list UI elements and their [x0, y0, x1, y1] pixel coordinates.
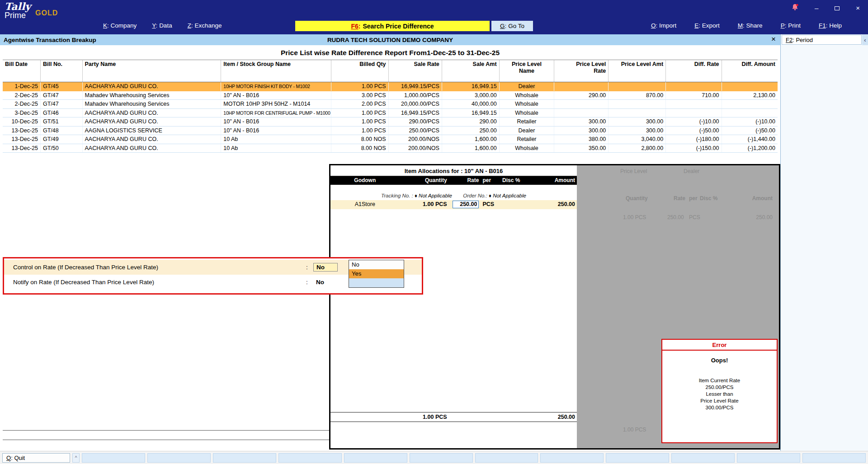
error-line: Price Level Rate [662, 398, 777, 404]
cell-billed-qty: 1.00 PCS [331, 109, 389, 117]
cell-diff-rate: (-)150.00 [666, 144, 722, 153]
ghost-row-amount: 250.00 [756, 214, 773, 220]
cell-diff-amount [722, 109, 778, 117]
menu-help[interactable]: F1: Help [819, 22, 842, 29]
cell-diff-amount [722, 82, 778, 91]
search-price-difference-button[interactable]: F6:Search Price Difference [295, 21, 490, 31]
rate-input[interactable] [453, 201, 479, 208]
rate-field-cell [449, 200, 481, 209]
notification-bell-icon[interactable] [792, 4, 798, 12]
error-message: Item Current Rate 250.00/PCS Lesser than… [662, 377, 777, 411]
total-disc-empty [500, 412, 525, 422]
column-header: Price Level Rate [554, 60, 609, 82]
empty-button-slot [671, 453, 735, 463]
cell-diff-rate [666, 100, 722, 108]
notify-on-rate-field[interactable]: No [316, 279, 324, 286]
cell-billed-qty: 3.00 PCS [331, 91, 389, 100]
column-header: Bill No. [41, 60, 83, 82]
total-rate-empty [449, 412, 481, 422]
cell-sale-amt: 40,000.00 [442, 100, 500, 108]
error-heading: Oops! [662, 357, 777, 364]
cell-diff-amount: 2,130.00 [722, 91, 778, 100]
table-row[interactable]: 13-Dec-25 GT/49 AACHARYA AND GURU CO. 10… [3, 135, 778, 144]
amount-value: 250.00 [525, 200, 577, 209]
tracking-value[interactable]: ♦ Not Applicable [415, 193, 452, 198]
table-row[interactable]: 2-Dec-25 GT/47 Mahadev Wharehousing Serv… [3, 100, 778, 109]
search-label: Search Price Difference [363, 23, 434, 30]
close-report-icon[interactable]: × [771, 35, 776, 44]
cell-item-name: 10" AN - B016 [221, 91, 331, 100]
per-value: PCS [481, 200, 500, 209]
sidebar-header: F2: Period ‹ [781, 34, 868, 45]
goto-button[interactable]: G: Go To [491, 21, 533, 31]
menu-key: E [694, 22, 698, 29]
allocations-total-row: 1.00 PCS 250.00 [330, 412, 577, 422]
cell-price-level-rate: 350.00 [554, 144, 609, 153]
cell-diff-rate [666, 82, 722, 91]
config-label: Notify on Rate (If Decreased Than Price … [13, 279, 306, 286]
table-row[interactable]: 2-Dec-25 GT/47 Mahadev Wharehousing Serv… [3, 91, 778, 100]
table-row[interactable]: 3-Dec-25 GT/46 AACHARYA AND GURU CO. 10H… [3, 109, 778, 118]
minimize-icon[interactable]: – [815, 5, 818, 11]
menu-exchange[interactable]: Z: Exchange [188, 22, 222, 29]
cell-diff-amount [722, 100, 778, 108]
expand-bar-icon[interactable]: ^ [72, 453, 80, 463]
allocation-row[interactable]: A1Store 1.00 PCS PCS 250.00 [330, 200, 577, 209]
menu-company[interactable]: K: Company [103, 22, 137, 29]
cell-item-name: 10HP MOTOR FOR CENTRIFUGAL PUMP - M1000 [221, 109, 331, 117]
column-header: Sale Rate [389, 60, 442, 82]
cell-party-name: Mahadev Wharehousing Services [83, 91, 222, 100]
tracking-order-line: Tracking No. : ♦ Not Applicable Order No… [330, 193, 577, 200]
cell-sale-rate: 16,949.15/PCS [389, 109, 442, 117]
maximize-icon[interactable] [835, 5, 840, 11]
window-controls: – × [792, 4, 860, 12]
logo-text: Tally Prime [5, 2, 31, 20]
empty-button-slot [278, 453, 342, 463]
menu-share[interactable]: M: Share [738, 22, 763, 29]
cell-sale-rate: 1,000.00/PCS [389, 91, 442, 100]
colon-separator: : [306, 264, 311, 271]
menu-key: K [103, 22, 107, 29]
right-menus: O: Import E: Export M: Share P: Print F1… [651, 22, 842, 29]
cell-item-name: 10 Ab [221, 135, 331, 144]
ghost-row-quantity: 1.00 PCS [623, 214, 646, 220]
cell-bill-date: 13-Dec-25 [3, 144, 41, 153]
main-menu-row: K: Company Y: Data Z: Exchange F6:Search… [0, 21, 868, 32]
menu-print[interactable]: P: Print [781, 22, 801, 29]
empty-button-slot [344, 453, 407, 463]
column-header: Diff. Rate [666, 60, 722, 82]
cell-price-level: Wholsale [500, 91, 555, 100]
menu-data[interactable]: Y: Data [152, 22, 172, 29]
config-label: Control on Rate (If Decreased Than Price… [13, 264, 306, 271]
menu-import[interactable]: O: Import [651, 22, 676, 29]
dropdown-option-no[interactable]: No [349, 260, 404, 269]
cell-sale-amt: 250.00 [442, 127, 500, 135]
table-row[interactable]: 13-Dec-25 GT/48 AAGNA LOGISTICS SERVICE … [3, 127, 778, 136]
tally-logo: Tally Prime GOLD [5, 2, 58, 20]
collapse-panel-icon[interactable]: ‹ [862, 34, 868, 45]
menu-label: Export [702, 22, 720, 29]
control-on-rate-field[interactable]: No [313, 263, 338, 272]
cell-item-name: 10" AN - B016 [221, 127, 331, 135]
cell-price-level-amt: 870.00 [609, 91, 666, 100]
rate-difference-table: Bill Date Bill No. Party Name Item / Sto… [3, 60, 778, 153]
cell-price-level: Wholsale [500, 144, 555, 153]
cell-price-level-rate: 300.00 [554, 117, 609, 126]
column-header: Price Level Amt [609, 60, 666, 82]
cell-diff-rate [666, 109, 722, 117]
column-header: Diff. Amount [722, 60, 778, 82]
table-row[interactable]: 13-Dec-25 GT/50 AACHARYA AND GURU CO. 10… [3, 144, 778, 153]
edition-badge: GOLD [35, 9, 58, 17]
menu-export[interactable]: E: Export [694, 22, 720, 29]
error-line: Item Current Rate [662, 377, 777, 384]
ghost-row-rate: 250.00 [667, 214, 684, 220]
close-window-icon[interactable]: × [856, 5, 860, 11]
table-row-selected[interactable]: 1-Dec-25 GT/45 AACHARYA AND GURU CO. 10H… [3, 82, 778, 91]
quit-button[interactable]: Q: Quit [2, 453, 70, 463]
colon-separator: : [698, 22, 700, 29]
table-row[interactable]: 10-Dec-25 GT/51 AACHARYA AND GURU CO. 10… [3, 117, 778, 127]
period-button[interactable]: F2: Period [782, 35, 862, 45]
dropdown-option-yes[interactable]: Yes [349, 269, 404, 278]
order-value[interactable]: ♦ Not Applicable [489, 193, 526, 198]
ghost-col-amount: Amount [752, 195, 773, 202]
